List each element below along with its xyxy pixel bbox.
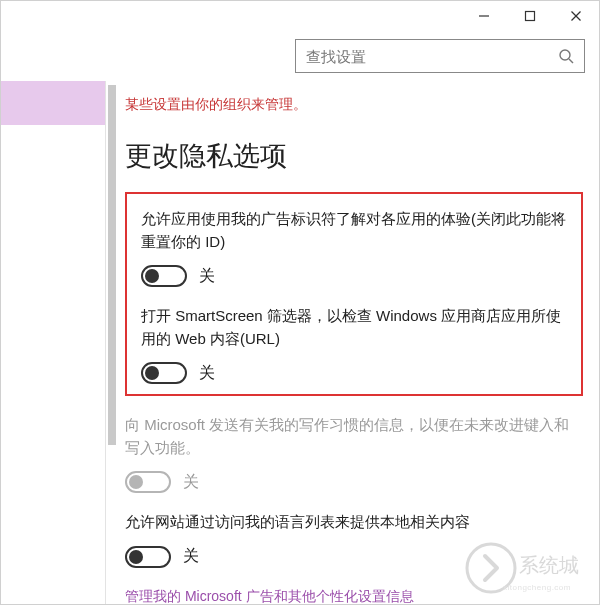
toggle-language-list[interactable] (125, 546, 171, 568)
sidebar-item-active[interactable] (1, 81, 105, 125)
scrollbar-thumb[interactable] (108, 85, 116, 445)
option-smartscreen: 打开 SmartScreen 筛选器，以检查 Windows 应用商店应用所使用… (141, 305, 567, 384)
toggle-state-label: 关 (199, 266, 215, 287)
settings-window: 某些设置由你的组织来管理。 更改隐私选项 允许应用使用我的广告标识符了解对各应用… (0, 0, 600, 605)
toggle-row: 关 (125, 546, 583, 568)
minimize-button[interactable] (461, 1, 507, 31)
svg-point-4 (560, 50, 570, 60)
option-advertising-id: 允许应用使用我的广告标识符了解对各应用的体验(关闭此功能将重置你的 ID) 关 (141, 208, 567, 287)
titlebar (461, 1, 599, 33)
toggle-state-label: 关 (183, 546, 199, 567)
org-managed-note: 某些设置由你的组织来管理。 (125, 96, 583, 114)
sidebar-separator (105, 81, 106, 604)
toggle-smartscreen[interactable] (141, 362, 187, 384)
option-label: 允许应用使用我的广告标识符了解对各应用的体验(关闭此功能将重置你的 ID) (141, 208, 567, 253)
search-container (295, 39, 585, 73)
maximize-button[interactable] (507, 1, 553, 31)
search-icon[interactable] (548, 40, 584, 72)
svg-line-5 (569, 59, 573, 63)
toggle-row: 关 (141, 265, 567, 287)
option-label: 向 Microsoft 发送有关我的写作习惯的信息，以便在未来改进键入和写入功能… (125, 414, 583, 459)
highlight-box: 允许应用使用我的广告标识符了解对各应用的体验(关闭此功能将重置你的 ID) 关 … (125, 192, 583, 396)
svg-rect-1 (526, 12, 535, 21)
scrollbar-track[interactable] (108, 85, 116, 599)
toggle-state-label: 关 (199, 363, 215, 384)
link-manage-ads[interactable]: 管理我的 Microsoft 广告和其他个性化设置信息 (125, 588, 583, 606)
toggle-advertising-id[interactable] (141, 265, 187, 287)
page-heading: 更改隐私选项 (125, 138, 583, 174)
search-input[interactable] (296, 40, 548, 72)
option-label: 打开 SmartScreen 筛选器，以检查 Windows 应用商店应用所使用… (141, 305, 567, 350)
sidebar (1, 81, 105, 601)
toggle-state-label: 关 (183, 472, 199, 493)
content-area: 某些设置由你的组织来管理。 更改隐私选项 允许应用使用我的广告标识符了解对各应用… (125, 96, 583, 598)
toggle-typing-info (125, 471, 171, 493)
option-typing-info: 向 Microsoft 发送有关我的写作习惯的信息，以便在未来改进键入和写入功能… (125, 414, 583, 493)
option-label: 允许网站通过访问我的语言列表来提供本地相关内容 (125, 511, 583, 534)
option-language-list: 允许网站通过访问我的语言列表来提供本地相关内容 关 (125, 511, 583, 568)
close-button[interactable] (553, 1, 599, 31)
toggle-row: 关 (125, 471, 583, 493)
toggle-row: 关 (141, 362, 567, 384)
